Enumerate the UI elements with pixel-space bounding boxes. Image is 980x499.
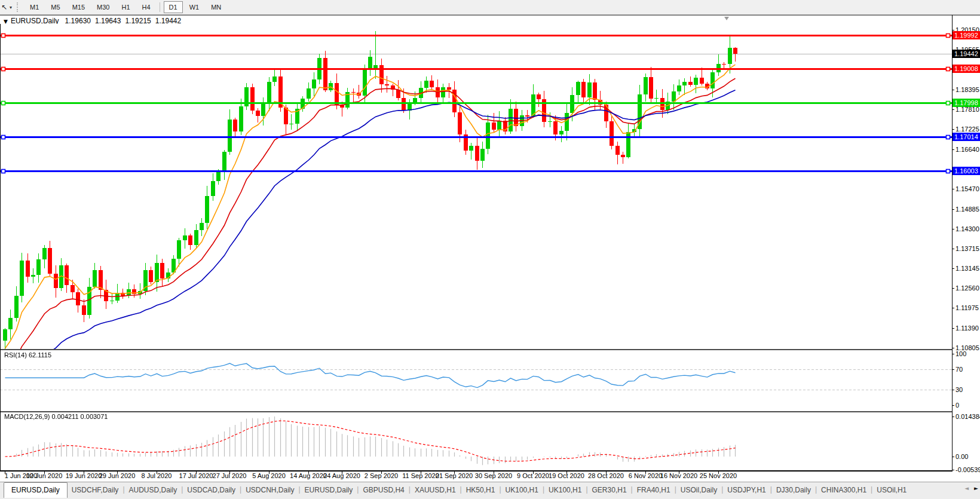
chart-tab[interactable]: USDCAD,Daily: [183, 483, 240, 496]
timeframe-button-m5[interactable]: M5: [45, 1, 65, 13]
price-level-label[interactable]: 1.19992: [953, 31, 980, 39]
date-tick-label: 2 Sep 2020: [359, 472, 403, 479]
timeframe-toolbar: M1M5M15M30H1H4D1W1MN: [24, 1, 227, 13]
chart-tab[interactable]: USDCNH,Daily: [241, 483, 298, 496]
toolbar: ↖ ▾ M1M5M15M30H1H4D1W1MN: [0, 0, 980, 15]
price-tick-label-mark: [952, 189, 954, 189]
chart-tab[interactable]: GER30,H1: [588, 483, 631, 496]
price-tick-label-mark: [952, 348, 954, 348]
price-tick-label-mark: [952, 249, 954, 249]
macd-tick-label-mark: [952, 457, 954, 457]
date-tick-label: 19 Oct 2020: [544, 472, 589, 479]
chart-tab[interactable]: CHINA300,H1: [817, 483, 871, 496]
price-tick-label: 1.13715: [956, 245, 980, 252]
macd-tick-label: 0.014384: [956, 413, 980, 420]
rsi-tick-label-mark: [952, 390, 954, 390]
rsi-tick-label: 100: [956, 350, 980, 357]
chart-tab[interactable]: HK50,H1: [462, 483, 500, 496]
price-level-label[interactable]: 1.19008: [953, 65, 980, 73]
chart-tab-active[interactable]: EURUSD,Daily: [4, 482, 68, 498]
chart-tab[interactable]: EURUSD,Daily: [301, 483, 357, 496]
chart-tab[interactable]: UK100,H1: [501, 483, 543, 496]
toolbar-separator: [160, 2, 160, 12]
chevron-down-icon[interactable]: ▾: [10, 5, 12, 10]
price-tick-label: 1.11390: [956, 324, 980, 332]
timeframe-button-h4[interactable]: H4: [137, 1, 156, 13]
chart-tab[interactable]: USOil,Daily: [676, 483, 721, 496]
price-tick-label-mark: [952, 308, 954, 308]
price-tick-label-mark: [952, 30, 954, 30]
date-tick-label: 25 Nov 2020: [696, 472, 740, 479]
chart-shift-marker[interactable]: [724, 17, 729, 20]
rsi-tick-label-mark: [952, 354, 954, 354]
tab-scroll-arrows: ◄►: [964, 485, 978, 491]
price-tick-label: 1.12560: [956, 284, 980, 292]
date-tick-label: 29 Jun 2020: [95, 472, 139, 479]
price-tick-label-mark: [952, 149, 954, 150]
timeframe-button-m15[interactable]: M15: [67, 1, 90, 13]
chart-tab[interactable]: USOil,H1: [872, 483, 911, 496]
chart-canvas[interactable]: [0, 24, 952, 472]
price-tick-label: 1.15470: [956, 185, 980, 192]
date-tick-label: 28 Oct 2020: [584, 472, 628, 479]
date-tick-label: 27 Jul 2020: [207, 472, 252, 479]
price-tick-label: 1.14885: [956, 206, 980, 213]
date-tick-label: 30 Sep 2020: [471, 472, 516, 479]
cursor-tool-button[interactable]: ↖ ▾: [0, 3, 14, 11]
date-tick-label: 5 Aug 2020: [247, 472, 291, 479]
timeframe-button-mn[interactable]: MN: [206, 1, 226, 13]
date-tick-label: 8 Jul 2020: [134, 472, 179, 479]
timeframe-button-w1[interactable]: W1: [184, 1, 205, 13]
price-tick-label: 1.18395: [956, 86, 980, 93]
rsi-tick-label: 70: [956, 366, 980, 373]
price-level-label[interactable]: 1.16003: [953, 167, 980, 175]
price-axis-line: [952, 15, 953, 472]
toolbar-grip: [17, 2, 20, 12]
chart-tab[interactable]: FRA40,H1: [633, 483, 675, 496]
timeframe-button-m30[interactable]: M30: [91, 1, 115, 13]
tabs-scroll-right-icon[interactable]: ►: [974, 485, 978, 491]
date-tick-label: 21 Sep 2020: [432, 472, 476, 479]
price-tick-label: 1.11975: [956, 304, 980, 311]
date-tick-label: 16 Nov 2020: [657, 472, 701, 479]
chart-tab[interactable]: USDCHF,Daily: [68, 483, 123, 496]
macd-tick-label-mark: [952, 470, 954, 470]
timeframe-button-h1[interactable]: H1: [116, 1, 135, 13]
price-tick-label: 1.16640: [956, 146, 980, 153]
date-tick-label: 24 Aug 2020: [320, 472, 364, 479]
rsi-indicator-label: RSI(14) 62.1115: [4, 351, 51, 359]
price-tick-label-mark: [952, 229, 954, 229]
macd-tick-label: 0.00: [956, 453, 980, 460]
timeframe-button-d1[interactable]: D1: [164, 1, 183, 13]
rsi-tick-label: 0: [956, 402, 980, 409]
macd-indicator-label: MACD(12,26,9) 0.004211 0.003071: [4, 413, 108, 420]
timeframe-button-m1[interactable]: M1: [24, 1, 44, 13]
mt4-window: ↖ ▾ M1M5M15M30H1H4D1W1MN ▼EURUSD,Daily1.…: [0, 0, 980, 499]
price-tick-label: 1.17225: [956, 125, 980, 133]
price-tick-label-mark: [952, 288, 954, 289]
chart-tabs-bar: EURUSD,DailyUSDCHF,Daily|AUDUSD,Daily|US…: [0, 482, 980, 499]
rsi-tick-label-mark: [952, 369, 954, 370]
chart-tab[interactable]: XAUUSD,H1: [411, 483, 460, 496]
cursor-icon: ↖: [1, 3, 7, 11]
rsi-tick-label: 30: [956, 386, 980, 393]
date-tick-label: 10 Jun 2020: [22, 472, 66, 479]
chart-tab[interactable]: DJ30,Daily: [772, 483, 815, 496]
chart-tab[interactable]: USDJPY,H1: [723, 483, 770, 496]
price-tick-label-mark: [952, 328, 954, 329]
chart-tab[interactable]: GBPUSD,H4: [359, 483, 408, 496]
price-level-label[interactable]: 1.17014: [953, 133, 980, 141]
current-price-label: 1.19442: [953, 50, 980, 58]
price-tick-label-mark: [952, 90, 954, 90]
tabs-scroll-left-icon[interactable]: ◄: [964, 485, 969, 491]
price-tick-label-mark: [952, 268, 954, 269]
chart-tab[interactable]: UK100,H1: [544, 483, 586, 496]
chart-tab[interactable]: AUDUSD,Daily: [125, 483, 182, 496]
price-tick-label: 1.13145: [956, 265, 980, 272]
price-level-label[interactable]: 1.17998: [953, 99, 980, 107]
price-tick-label-mark: [952, 109, 954, 110]
price-tick-label-mark: [952, 129, 954, 130]
macd-tick-label: -0.005396: [956, 466, 980, 473]
macd-tick-label-mark: [952, 417, 954, 417]
rsi-tick-label-mark: [952, 405, 954, 406]
